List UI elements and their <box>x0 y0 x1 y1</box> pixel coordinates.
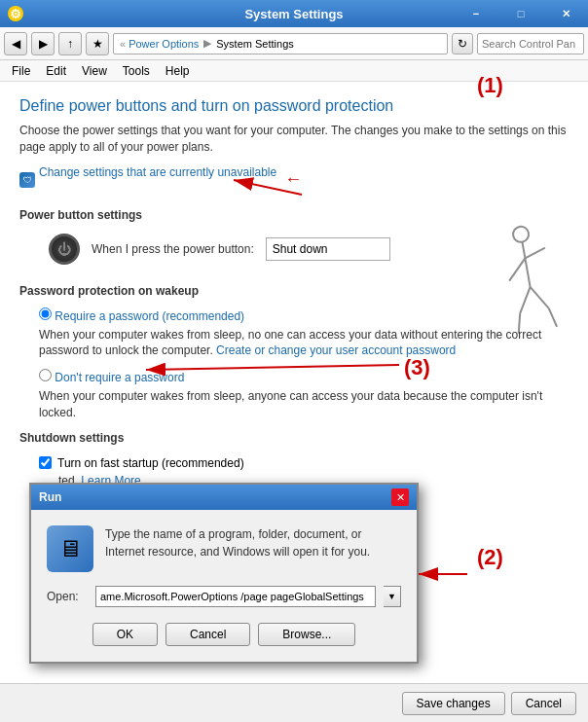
favorites-button[interactable]: ★ <box>86 32 109 55</box>
change-settings-row: 🛡 Change settings that are currently una… <box>19 165 569 195</box>
up-button[interactable]: ↑ <box>58 32 82 55</box>
address-bar: ◀ ▶ ↑ ★ « Power Options ▶ System Setting… <box>0 27 588 60</box>
menu-bar: File Edit View Tools Help <box>0 60 588 82</box>
arrow-change-settings: ← <box>284 169 302 190</box>
menu-file[interactable]: File <box>4 62 38 80</box>
bottom-bar: Save changes Cancel <box>0 683 588 722</box>
forward-button[interactable]: ▶ <box>31 32 55 55</box>
window-controls: − □ ✕ <box>454 0 588 27</box>
minimize-button[interactable]: − <box>454 0 498 27</box>
run-input[interactable] <box>95 586 376 607</box>
dialog-browse-button[interactable]: Browse... <box>258 623 355 646</box>
create-password-link[interactable]: Create or change your user account passw… <box>216 343 456 357</box>
password-section-title: Password protection on wakeup <box>19 284 569 298</box>
title-bar: ⚙ System Settings − □ ✕ <box>0 0 588 27</box>
page-description: Choose the power settings that you want … <box>19 123 569 156</box>
page-title: Define power buttons and turn on passwor… <box>19 97 569 115</box>
breadcrumb-separator: ▶ <box>203 37 211 50</box>
require-password-desc: When your computer wakes from sleep, no … <box>39 327 569 360</box>
run-dropdown-button[interactable]: ▼ <box>384 586 401 607</box>
menu-edit[interactable]: Edit <box>38 62 74 80</box>
power-icon: ⏻ <box>49 234 80 265</box>
menu-help[interactable]: Help <box>158 62 198 80</box>
shield-icon: 🛡 <box>19 172 35 188</box>
dialog-top-row: 🖥 Type the name of a program, folder, do… <box>47 525 401 572</box>
dialog-ok-button[interactable]: OK <box>92 623 158 646</box>
dialog-cancel-button[interactable]: Cancel <box>165 623 250 646</box>
fast-startup-row: Turn on fast startup (recommended) <box>39 456 569 470</box>
open-label: Open: <box>47 590 88 603</box>
shutdown-section: Shutdown settings Turn on fast startup (… <box>19 431 569 487</box>
dialog-input-row: Open: ▼ <box>47 586 401 607</box>
dialog-title: Run <box>39 490 61 504</box>
power-button-row: ⏻ When I press the power button: Shut do… <box>49 234 569 265</box>
breadcrumb-power: Power Options <box>129 38 199 50</box>
shutdown-dropdown-container: Shut down Sleep Hibernate Do nothing Tur… <box>266 237 390 261</box>
menu-tools[interactable]: Tools <box>115 62 158 80</box>
fast-startup-checkbox[interactable] <box>39 456 52 469</box>
save-changes-button[interactable]: Save changes <box>402 692 505 715</box>
maximize-button[interactable]: □ <box>498 0 543 27</box>
change-settings-link[interactable]: Change settings that are currently unava… <box>39 165 276 179</box>
no-password-label[interactable]: Don't require a password <box>55 371 184 384</box>
app-icon: ⚙ <box>8 6 23 21</box>
run-dialog: Run ✕ 🖥 Type the name of a program, fold… <box>29 483 419 664</box>
shutdown-section-title: Shutdown settings <box>19 431 569 445</box>
dialog-description: Type the name of a program, folder, docu… <box>105 525 401 572</box>
search-input[interactable] <box>477 33 584 54</box>
dialog-body: 🖥 Type the name of a program, folder, do… <box>31 510 417 662</box>
no-password-option: Don't require a password <box>39 369 569 384</box>
power-button-label: When I press the power button: <box>92 242 254 256</box>
refresh-button[interactable]: ↻ <box>452 33 473 54</box>
fast-startup-label[interactable]: Turn on fast startup (recommended) <box>57 456 244 470</box>
no-password-desc: When your computer wakes from sleep, any… <box>39 388 569 421</box>
require-password-option: Require a password (recommended) <box>39 307 569 323</box>
dialog-title-bar: Run ✕ <box>31 485 417 510</box>
window-title: System Settings <box>244 7 343 21</box>
power-button-section-title: Power button settings <box>19 208 569 222</box>
dialog-buttons: OK Cancel Browse... <box>47 623 401 646</box>
no-password-radio[interactable] <box>39 369 52 381</box>
require-password-label[interactable]: Require a password (recommended) <box>55 309 244 323</box>
shutdown-dropdown[interactable]: Shut down Sleep Hibernate Do nothing Tur… <box>266 237 390 261</box>
breadcrumb-current: System Settings <box>216 38 293 50</box>
require-password-radio[interactable] <box>39 307 52 320</box>
address-field[interactable]: « Power Options ▶ System Settings <box>113 33 448 54</box>
cancel-button[interactable]: Cancel <box>511 692 576 715</box>
dialog-close-button[interactable]: ✕ <box>391 488 409 506</box>
back-button[interactable]: ◀ <box>4 32 27 55</box>
close-button[interactable]: ✕ <box>543 0 588 27</box>
menu-view[interactable]: View <box>74 62 115 80</box>
run-icon: 🖥 <box>47 525 93 572</box>
